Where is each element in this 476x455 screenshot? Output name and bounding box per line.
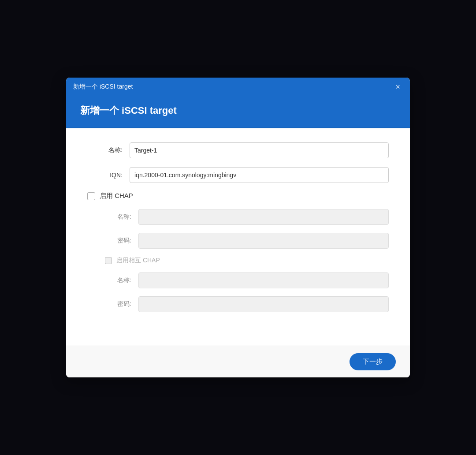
chap-password-label: 密码: (105, 237, 131, 245)
mutual-chap-label: 启用相互 CHAP (116, 257, 160, 265)
dialog-container: 新增一个 iSCSI target × 新增一个 iSCSI target 名称… (66, 78, 410, 377)
dialog-overlay: 新增一个 iSCSI target × 新增一个 iSCSI target 名称… (0, 0, 476, 455)
chap-name-input[interactable] (138, 209, 389, 225)
name-label: 名称: (87, 146, 123, 154)
chap-sub-section: 名称: 密码: 启用相互 CHAP 名称: (105, 209, 389, 312)
iqn-input[interactable] (130, 167, 389, 183)
dialog-header-title: 新增一个 iSCSI target (80, 104, 396, 117)
mutual-password-row: 密码: (105, 296, 389, 312)
mutual-password-label: 密码: (105, 300, 131, 308)
iqn-label: IQN: (87, 172, 123, 179)
chap-enable-label: 启用 CHAP (100, 192, 133, 200)
chap-password-input[interactable] (138, 233, 389, 249)
dialog-header: 新增一个 iSCSI target (66, 96, 410, 128)
close-button[interactable]: × (393, 82, 403, 92)
mutual-name-label: 名称: (105, 276, 131, 284)
chap-enable-checkbox[interactable] (87, 192, 95, 200)
mutual-chap-row: 启用相互 CHAP (105, 257, 389, 265)
dialog-titlebar-text: 新增一个 iSCSI target (73, 83, 133, 91)
name-input[interactable] (130, 142, 389, 158)
next-button[interactable]: 下一步 (350, 353, 396, 370)
chap-enable-row: 启用 CHAP (87, 192, 389, 200)
mutual-chap-checkbox[interactable] (105, 257, 112, 264)
dialog-body: 名称: IQN: 启用 CHAP 名称: (66, 128, 410, 346)
chap-password-row: 密码: (105, 233, 389, 249)
name-row: 名称: (87, 142, 389, 158)
chap-section: 启用 CHAP 名称: 密码: (87, 192, 389, 312)
chap-name-label: 名称: (105, 213, 131, 221)
chap-name-row: 名称: (105, 209, 389, 225)
dialog-footer: 下一步 (66, 346, 410, 377)
mutual-name-row: 名称: (105, 272, 389, 288)
iqn-row: IQN: (87, 167, 389, 183)
dialog-titlebar: 新增一个 iSCSI target × (66, 78, 410, 96)
mutual-name-input[interactable] (138, 272, 389, 288)
mutual-password-input[interactable] (138, 296, 389, 312)
